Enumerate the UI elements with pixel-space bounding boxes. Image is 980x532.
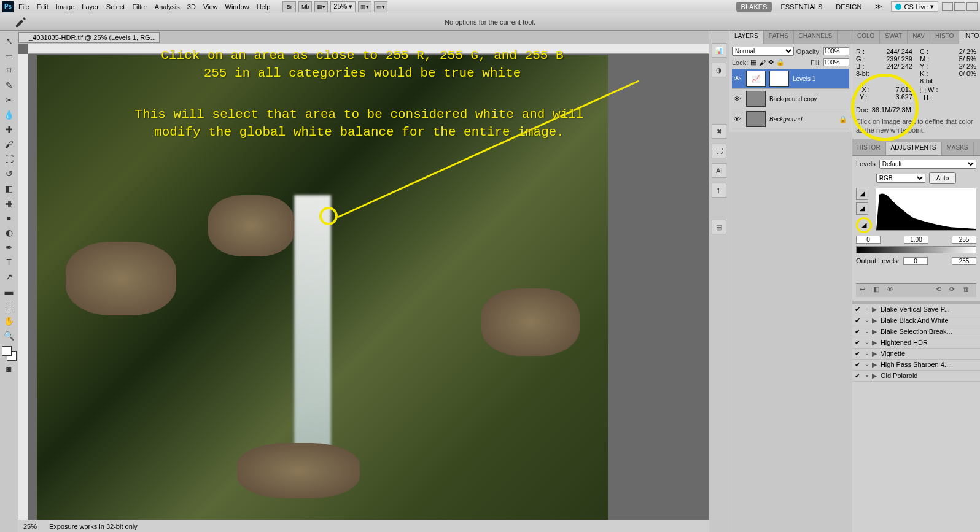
window-close-icon[interactable] xyxy=(966,2,978,11)
tab-channels[interactable]: CHANNELS xyxy=(794,31,838,44)
color-swatches[interactable] xyxy=(2,346,17,361)
eraser-tool[interactable]: ◧ xyxy=(2,182,17,195)
layercomp-icon[interactable]: ▤ xyxy=(712,220,726,234)
menu-3d[interactable]: 3D xyxy=(187,3,196,10)
cslive-button[interactable]: CS Live ▾ xyxy=(891,1,938,12)
zoom-tool[interactable]: 🔍 xyxy=(2,329,17,342)
lock-position-icon[interactable]: ✥ xyxy=(768,58,774,66)
view-extras-icon[interactable]: ▦▾ xyxy=(314,1,328,12)
3d-tool[interactable]: ⬚ xyxy=(2,299,17,313)
menu-file[interactable]: File xyxy=(18,3,29,10)
tab-paths[interactable]: PATHS xyxy=(764,31,794,44)
tab-swatches[interactable]: SWAT xyxy=(880,31,908,44)
window-max-icon[interactable] xyxy=(954,2,965,11)
menu-select[interactable]: Select xyxy=(106,3,125,10)
input-white[interactable] xyxy=(952,236,976,244)
tab-info[interactable]: INFO xyxy=(959,31,980,44)
histogram[interactable] xyxy=(876,188,976,231)
input-black[interactable] xyxy=(856,236,881,244)
lock-all-icon[interactable]: 🔒 xyxy=(776,58,785,66)
stamp-tool[interactable]: ⛶ xyxy=(2,152,17,166)
doc-tab[interactable]: _4031835-HDR.tif @ 25% (Levels 1, RG... … xyxy=(18,32,160,43)
input-gamma[interactable] xyxy=(904,236,928,244)
view-icon[interactable]: 👁 xyxy=(887,285,896,295)
brush-panel-icon[interactable]: ✖ xyxy=(712,124,726,139)
layer-mask[interactable] xyxy=(769,71,789,87)
action-row[interactable]: ✔▫▶Blake Black And White xyxy=(852,315,980,326)
adj-channel-select[interactable]: RGB xyxy=(876,174,925,183)
eyedropper-tool[interactable]: 💧 xyxy=(2,108,17,121)
marquee-tool[interactable]: ▭ xyxy=(2,49,17,63)
visibility-icon[interactable]: 👁 xyxy=(734,75,742,82)
auto-button[interactable]: Auto xyxy=(929,172,957,184)
lock-pixels-icon[interactable]: 🖌 xyxy=(759,59,766,66)
menu-help[interactable]: Help xyxy=(257,3,271,10)
fill-input[interactable] xyxy=(823,58,849,66)
canvas[interactable]: Click on an area as close to 255 R, 255 … xyxy=(18,44,709,520)
workspace-essentials[interactable]: ESSENTIALS xyxy=(776,2,827,12)
blur-tool[interactable]: ● xyxy=(2,211,17,225)
zoom-select[interactable]: 25% ▾ xyxy=(330,1,356,12)
heal-tool[interactable]: ✚ xyxy=(2,123,17,136)
status-zoom[interactable]: 25% xyxy=(23,523,37,530)
output-white[interactable] xyxy=(952,257,976,265)
visibility-icon[interactable]: 👁 xyxy=(734,95,742,102)
visibility-icon[interactable]: 👁 xyxy=(734,115,742,123)
lasso-tool[interactable]: ⌑ xyxy=(2,64,17,77)
history-brush-tool[interactable]: ↺ xyxy=(2,167,17,180)
tab-color[interactable]: COLO xyxy=(852,31,880,44)
menu-window[interactable]: Window xyxy=(225,3,249,10)
workspace-blakes[interactable]: BLAKES xyxy=(736,2,772,12)
dodge-tool[interactable]: ◐ xyxy=(2,226,17,239)
screen-mode-icon[interactable]: ▭▾ xyxy=(374,1,387,12)
type-tool[interactable]: T xyxy=(2,255,17,269)
return-icon[interactable]: ↩ xyxy=(860,285,869,295)
action-row[interactable]: ✔▫▶Hightened HDR xyxy=(852,337,980,349)
white-point-eyedropper[interactable]: ◢ xyxy=(856,217,872,233)
menu-layer[interactable]: Layer xyxy=(82,3,99,10)
minibridge-icon[interactable]: Mb xyxy=(298,1,312,12)
path-tool[interactable]: ↗ xyxy=(2,270,17,283)
paragraph-icon[interactable]: ¶ xyxy=(712,183,726,198)
tab-layers[interactable]: LAYERS xyxy=(729,31,764,44)
tab-adjustments[interactable]: ADJUSTMENTS xyxy=(886,142,942,155)
prev-icon[interactable]: ⟲ xyxy=(936,285,946,295)
black-point-eyedropper[interactable]: ◢ xyxy=(856,188,868,200)
action-row[interactable]: ✔▫▶Blake Vertical Save P... xyxy=(852,304,980,315)
crop-tool[interactable]: ✂ xyxy=(2,93,17,107)
tab-navigator[interactable]: NAV xyxy=(908,31,930,44)
menu-edit[interactable]: Edit xyxy=(37,3,49,10)
layer-background[interactable]: 👁 Background 🔒 xyxy=(732,109,849,129)
blend-mode-select[interactable]: Normal xyxy=(732,47,794,56)
tab-histogram[interactable]: HISTO xyxy=(930,31,959,44)
workspace-more-icon[interactable]: ≫ xyxy=(870,1,887,12)
fg-color[interactable] xyxy=(2,346,12,356)
menu-image[interactable]: Image xyxy=(56,3,75,10)
clip-icon[interactable]: ◧ xyxy=(873,285,883,295)
move-tool[interactable]: ↖ xyxy=(2,34,17,48)
character-icon[interactable]: A| xyxy=(712,163,726,178)
delete-icon[interactable]: 🗑 xyxy=(963,285,973,295)
shape-tool[interactable]: ▬ xyxy=(2,285,17,298)
tab-masks[interactable]: MASKS xyxy=(942,142,974,155)
action-row[interactable]: ✔▫▶Old Polaroid xyxy=(852,371,980,382)
gray-point-eyedropper[interactable]: ◢ xyxy=(856,202,868,215)
action-row[interactable]: ✔▫▶Blake Selection Break... xyxy=(852,326,980,337)
output-gradient[interactable] xyxy=(856,246,976,253)
menu-analysis[interactable]: Analysis xyxy=(155,3,180,10)
quickselect-tool[interactable]: ✎ xyxy=(2,79,17,92)
layer-levels1[interactable]: 👁 📈 Levels 1 xyxy=(732,69,849,89)
adj-preset-select[interactable]: Default xyxy=(879,160,976,169)
histogram-icon[interactable]: 📊 xyxy=(712,43,726,58)
window-min-icon[interactable] xyxy=(942,2,953,11)
reset-icon[interactable]: ⟳ xyxy=(949,285,959,295)
brush-tool[interactable]: 🖌 xyxy=(2,137,17,151)
quickmask-tool[interactable]: ◙ xyxy=(2,362,17,376)
action-row[interactable]: ✔▫▶Vignette xyxy=(852,349,980,360)
pen-tool[interactable]: ✒ xyxy=(2,241,17,254)
clone-panel-icon[interactable]: ⛶ xyxy=(712,144,726,158)
gradient-tool[interactable]: ▦ xyxy=(2,196,17,210)
menu-filter[interactable]: Filter xyxy=(132,3,147,10)
output-black[interactable] xyxy=(903,257,928,265)
lock-transparent-icon[interactable]: ▦ xyxy=(750,58,756,66)
